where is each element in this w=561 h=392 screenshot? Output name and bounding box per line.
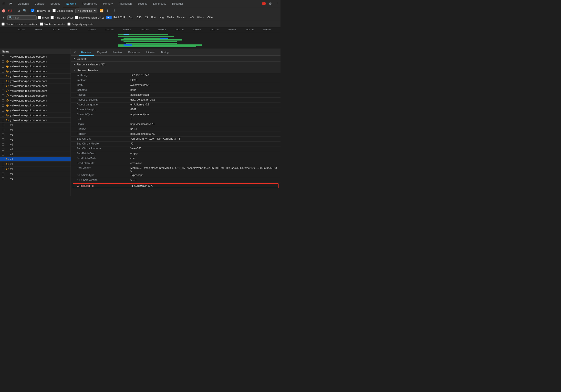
request-item-checkbox[interactable] <box>2 65 4 68</box>
request-list-item[interactable]: v1 <box>0 137 71 142</box>
request-item-checkbox[interactable] <box>2 124 4 126</box>
type-filter-btn-manifest[interactable]: Manifest <box>176 16 188 19</box>
request-item-checkbox[interactable] <box>2 143 4 146</box>
request-list-item[interactable]: yellowstone-rpc.litprotocol.com <box>0 103 71 108</box>
request-item-checkbox[interactable] <box>2 158 4 160</box>
request-list-item[interactable]: yellowstone-rpc.litprotocol.com <box>0 108 71 113</box>
type-filter-btn-img[interactable]: Img <box>158 16 165 19</box>
request-item-checkbox[interactable] <box>2 134 4 136</box>
disable-cache-checkbox[interactable] <box>53 9 56 12</box>
hide-ext-urls-label[interactable]: Hide extension URLs <box>75 16 104 19</box>
request-list-item[interactable]: yellowstone-rpc.litprotocol.com <box>0 88 71 93</box>
settings-icon[interactable]: ⚙ <box>268 1 273 6</box>
request-item-checkbox[interactable] <box>2 80 4 82</box>
filter-input[interactable] <box>13 16 32 19</box>
request-item-checkbox[interactable] <box>2 75 4 77</box>
detail-tab-timing[interactable]: Timing <box>158 49 171 56</box>
request-item-checkbox[interactable] <box>2 168 4 170</box>
request-item-checkbox[interactable] <box>2 138 4 141</box>
request-item-checkbox[interactable] <box>2 85 4 87</box>
request-item-checkbox[interactable] <box>2 104 4 107</box>
request-item-checkbox[interactable] <box>2 129 4 131</box>
request-list-item[interactable]: v1 <box>0 142 71 147</box>
request-item-checkbox[interactable] <box>2 60 4 63</box>
network-conditions-icon[interactable]: 📶 <box>99 9 104 13</box>
request-item-checkbox[interactable] <box>2 119 4 121</box>
tab-elements[interactable]: Elements <box>15 0 32 7</box>
close-detail-button[interactable]: ✕ <box>73 50 77 54</box>
preserve-log-checkbox[interactable] <box>31 9 34 12</box>
request-item-checkbox[interactable] <box>2 178 4 180</box>
tab-security[interactable]: Security <box>135 0 150 7</box>
disable-cache-checkbox-label[interactable]: Disable cache <box>53 9 74 12</box>
detail-tab-payload[interactable]: Payload <box>95 49 109 56</box>
type-filter-btn-other[interactable]: Other <box>206 16 215 19</box>
type-filter-btn-wasm[interactable]: Wasm <box>195 16 205 19</box>
tab-sources[interactable]: Sources <box>47 0 63 7</box>
blocked-cookies-label[interactable]: Blocked response cookies <box>1 22 37 26</box>
preserve-log-checkbox-label[interactable]: Preserve log <box>31 9 51 12</box>
request-list-item[interactable]: v1 <box>0 127 71 132</box>
tab-recorder[interactable]: Recorder <box>169 0 186 7</box>
request-item-checkbox[interactable] <box>2 99 4 102</box>
request-list-item[interactable]: v1 <box>0 162 71 167</box>
blocked-cookies-checkbox[interactable] <box>1 22 5 26</box>
request-list-item[interactable]: v1 <box>0 167 71 171</box>
clear-button[interactable]: 🚫 <box>8 9 12 13</box>
request-item-checkbox[interactable] <box>2 70 4 73</box>
request-item-checkbox[interactable] <box>2 173 4 175</box>
filter-funnel-icon[interactable]: ▼ <box>1 15 6 20</box>
invert-checkbox-label[interactable]: Invert <box>38 16 49 19</box>
request-list-item[interactable]: v1 <box>0 171 71 176</box>
type-filter-btn-ws[interactable]: WS <box>188 16 195 19</box>
request-list-item[interactable]: yellowstone-rpc.litprotocol.com <box>0 64 71 69</box>
request-list-item[interactable]: v1 <box>0 132 71 137</box>
request-list-item[interactable]: v1 <box>0 123 71 127</box>
blocked-requests-label[interactable]: Blocked requests <box>40 22 65 26</box>
request-list-item[interactable]: yellowstone-rpc.litprotocol.com <box>0 118 71 123</box>
request-list-item[interactable]: yellowstone-rpc.litprotocol.com <box>0 93 71 98</box>
tab-performance[interactable]: Performance <box>79 0 100 7</box>
request-item-checkbox[interactable] <box>2 90 4 92</box>
request-item-checkbox[interactable] <box>2 153 4 156</box>
third-party-checkbox[interactable] <box>67 22 71 26</box>
hide-data-urls-checkbox[interactable] <box>51 16 54 19</box>
type-filter-btn-js[interactable]: JS <box>143 16 149 19</box>
tab-application[interactable]: Application <box>116 0 135 7</box>
request-list-item[interactable]: yellowstone-rpc.litprotocol.com <box>0 69 71 74</box>
request-item-checkbox[interactable] <box>2 109 4 112</box>
request-item-checkbox[interactable] <box>2 95 4 97</box>
hide-data-urls-label[interactable]: Hide data URLs <box>51 16 74 19</box>
tab-console[interactable]: Console <box>32 0 47 7</box>
request-headers-section-header[interactable]: ▼ Request Headers <box>71 67 280 73</box>
export-har-icon[interactable]: ⬆ <box>106 9 110 13</box>
search-icon[interactable]: 🔍 <box>23 9 27 13</box>
filter-icon[interactable]: ⊿ <box>16 9 21 13</box>
request-item-checkbox[interactable] <box>2 163 4 165</box>
request-item-checkbox[interactable] <box>2 114 4 117</box>
record-stop-button[interactable]: ⬤ <box>1 9 6 13</box>
more-options-icon[interactable]: ⋮ <box>275 1 280 6</box>
blocked-requests-checkbox[interactable] <box>40 22 43 26</box>
response-headers-section-header[interactable]: ▶ Response Headers (12) <box>71 62 280 67</box>
type-filter-btn-media[interactable]: Media <box>165 16 175 19</box>
request-list-item[interactable]: yellowstone-rpc.litprotocol.com <box>0 84 71 88</box>
detail-tab-response[interactable]: Response <box>126 49 142 56</box>
general-section-header[interactable]: ▶ General <box>71 56 280 62</box>
tab-network[interactable]: Network <box>63 0 79 7</box>
request-item-checkbox[interactable] <box>2 55 4 58</box>
request-list-item[interactable]: v1 <box>0 147 71 152</box>
request-list-item[interactable]: v1 <box>0 157 71 162</box>
throttle-select[interactable]: No throttling <box>76 9 97 13</box>
third-party-label[interactable]: 3rd-party requests <box>67 22 93 26</box>
request-list-item[interactable]: yellowstone-rpc.litprotocol.com <box>0 98 71 103</box>
detail-tab-preview[interactable]: Preview <box>110 49 125 56</box>
request-list-item[interactable]: v1 <box>0 152 71 157</box>
request-list-item[interactable]: yellowstone-rpc.litprotocol.com <box>0 79 71 84</box>
devtools-dock-icon[interactable]: ⊞ <box>1 1 7 7</box>
type-filter-btn-css[interactable]: CSS <box>135 16 143 19</box>
devtools-layout-icon[interactable]: ⬒ <box>8 1 14 7</box>
tab-lighthouse[interactable]: Lighthouse <box>150 0 169 7</box>
type-filter-btn-fetch/xhr[interactable]: Fetch/XHR <box>112 16 127 19</box>
request-list-item[interactable]: yellowstone-rpc.litprotocol.com <box>0 54 71 59</box>
